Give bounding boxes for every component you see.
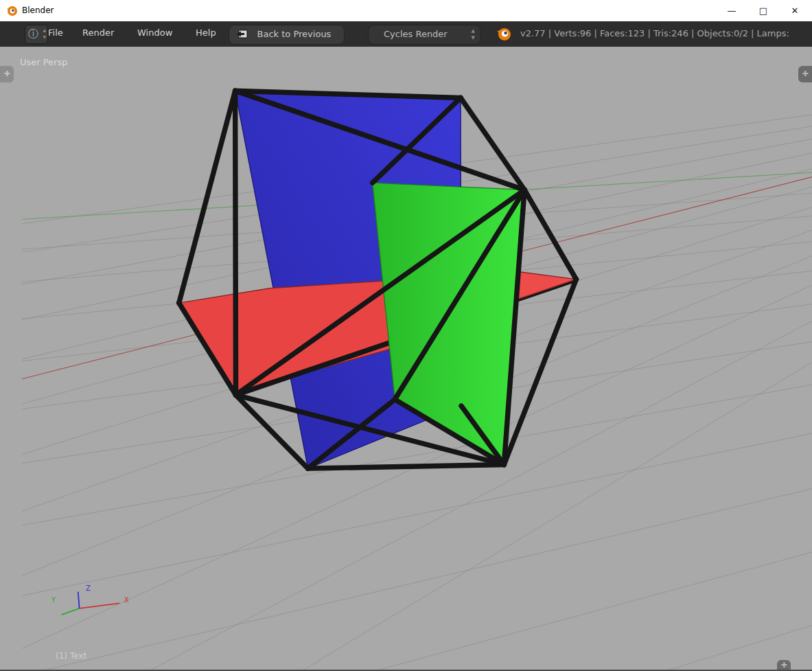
window-title: Blender	[22, 5, 54, 15]
viewport-3d[interactable]: XYZ User Persp (1) Text ✚ ✚ ✚	[0, 47, 812, 671]
svg-text:X: X	[124, 596, 129, 604]
back-to-previous-button[interactable]: Back to Previous	[229, 25, 345, 45]
area-split-handle-topright[interactable]: ✚	[798, 66, 812, 82]
editor-type-selector[interactable]: ⓘ ▲▼	[25, 25, 48, 44]
menu-file[interactable]: File	[48, 27, 63, 38]
blender-window: Blender — □ ✕ ⓘ ▲▼ File Render Window He…	[0, 0, 812, 671]
menu-window[interactable]: Window	[137, 27, 172, 38]
svg-text:Z: Z	[86, 584, 91, 592]
maximize-button[interactable]: □	[747, 0, 779, 21]
menu-help[interactable]: Help	[196, 27, 216, 38]
dropdown-arrows-icon: ▲▼	[472, 27, 475, 41]
back-button-label: Back to Previous	[257, 29, 332, 39]
header-bar: ⓘ ▲▼ File Render Window Help Back to Pre…	[0, 21, 812, 47]
menu-render[interactable]: Render	[82, 27, 114, 38]
blender-logo-icon	[496, 26, 512, 42]
svg-text:Y: Y	[51, 596, 56, 604]
view-perspective-label: User Persp	[20, 57, 68, 67]
spinner-arrows-icon: ▲▼	[43, 27, 46, 41]
render-engine-dropdown[interactable]: Cycles Render ▲▼	[368, 25, 481, 45]
title-bar: Blender — □ ✕	[0, 0, 812, 22]
back-arrow-icon	[236, 29, 248, 40]
close-button[interactable]: ✕	[779, 0, 811, 21]
area-split-handle-topleft[interactable]: ✚	[0, 66, 14, 82]
scene-canvas[interactable]: XYZ	[0, 47, 812, 671]
active-object-label: (1) Text	[56, 651, 86, 661]
info-icon: ⓘ	[28, 27, 38, 40]
minimize-button[interactable]: —	[716, 0, 747, 21]
render-engine-value: Cycles Render	[384, 29, 448, 39]
blender-app-icon	[6, 5, 18, 16]
scene-stats: v2.77 | Verts:96 | Faces:123 | Tris:246 …	[520, 28, 812, 38]
